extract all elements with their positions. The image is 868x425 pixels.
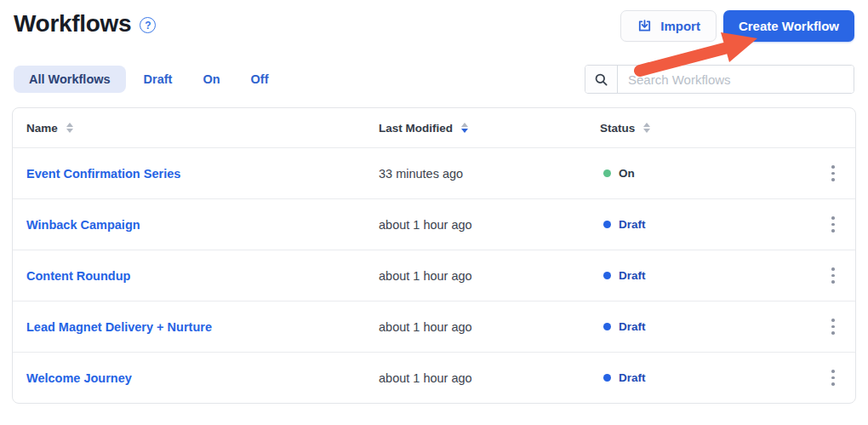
column-label-last-modified: Last Modified [379, 122, 453, 135]
last-modified-text: about 1 hour ago [379, 269, 472, 283]
row-menu-button[interactable] [826, 160, 840, 187]
status-badge: On [600, 167, 635, 180]
workflow-name-link[interactable]: Lead Magnet Delivery + Nurture [26, 320, 212, 334]
import-button-label: Import [660, 19, 700, 33]
workflows-table: Name Last Modified Status Event Confirma… [12, 107, 856, 404]
import-button[interactable]: Import [620, 10, 717, 42]
filter-tabs: All Workflows Draft On Off [14, 66, 282, 93]
row-menu-button[interactable] [826, 262, 840, 289]
workflows-page: Workflows ? Import Create Workflow [0, 0, 868, 425]
column-header-last-modified[interactable]: Last Modified [379, 122, 588, 135]
row-menu-button[interactable] [826, 313, 840, 340]
status-label: Draft [619, 371, 646, 384]
header-actions: Import Create Workflow [620, 10, 854, 42]
search-icon [594, 72, 608, 87]
last-modified-text: 33 minutes ago [379, 167, 463, 181]
status-label: Draft [619, 269, 646, 282]
column-header-status[interactable]: Status [588, 122, 811, 135]
table-row: Event Confirmation Series 33 minutes ago… [13, 147, 855, 198]
tab-all-workflows[interactable]: All Workflows [14, 66, 126, 93]
status-dot-icon [603, 374, 611, 382]
search-input[interactable] [618, 66, 854, 93]
tab-off[interactable]: Off [238, 66, 282, 93]
table-row: Content Roundup about 1 hour ago Draft [13, 250, 855, 301]
sort-icon-last-modified[interactable] [461, 123, 468, 133]
table-header-row: Name Last Modified Status [13, 108, 855, 147]
workflow-name-link[interactable]: Winback Campaign [26, 218, 140, 232]
toolbar: All Workflows Draft On Off [14, 65, 854, 94]
workflow-name-link[interactable]: Content Roundup [26, 269, 130, 283]
row-menu-button[interactable] [826, 365, 840, 391]
tab-on[interactable]: On [190, 66, 232, 93]
table-row: Winback Campaign about 1 hour ago Draft [13, 198, 855, 250]
workflow-name-link[interactable]: Welcome Journey [26, 371, 132, 385]
status-badge: Draft [600, 371, 646, 384]
status-badge: Draft [600, 320, 646, 333]
sort-icon-status[interactable] [643, 123, 650, 133]
create-workflow-button[interactable]: Create Workflow [723, 10, 854, 42]
last-modified-text: about 1 hour ago [379, 320, 472, 334]
tab-draft[interactable]: Draft [131, 66, 186, 93]
status-dot-icon [603, 221, 611, 228]
row-menu-button[interactable] [826, 211, 840, 238]
page-title: Workflows [14, 10, 131, 37]
status-label: Draft [619, 320, 646, 333]
table-row: Lead Magnet Delivery + Nurture about 1 h… [13, 301, 855, 352]
status-dot-icon [603, 169, 611, 177]
status-badge: Draft [600, 218, 646, 231]
search-button[interactable] [585, 66, 618, 93]
import-icon [637, 18, 653, 34]
column-label-status: Status [600, 122, 635, 135]
help-icon[interactable]: ? [140, 17, 156, 33]
sort-icon-name[interactable] [66, 123, 73, 133]
status-dot-icon [603, 272, 611, 279]
last-modified-text: about 1 hour ago [379, 218, 472, 232]
status-dot-icon [603, 323, 611, 330]
status-label: Draft [619, 218, 646, 231]
title-wrap: Workflows ? [14, 10, 156, 37]
column-header-name[interactable]: Name [13, 122, 379, 135]
table-row: Welcome Journey about 1 hour ago Draft [13, 352, 855, 403]
status-label: On [619, 167, 635, 180]
search-bar [585, 65, 854, 94]
workflow-name-link[interactable]: Event Confirmation Series [26, 167, 180, 181]
status-badge: Draft [600, 269, 646, 282]
page-header: Workflows ? Import Create Workflow [14, 10, 854, 42]
create-workflow-label: Create Workflow [739, 19, 839, 33]
column-label-name: Name [26, 122, 58, 135]
last-modified-text: about 1 hour ago [379, 371, 472, 385]
